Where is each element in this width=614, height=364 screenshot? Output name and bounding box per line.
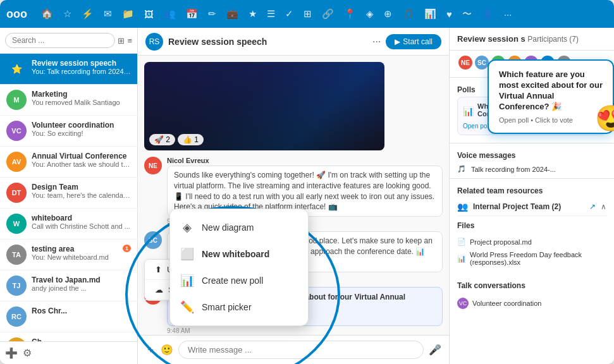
file-name-2: World Press Freedom Day feedback (respon…: [470, 251, 606, 266]
new-diagram-label: New diagram: [202, 222, 254, 233]
participant-avatar-1: NE: [457, 54, 474, 71]
chat-header: RS Review session speech ··· ▶ Start cal…: [138, 28, 449, 56]
voice-section-title: Voice messages: [450, 146, 614, 162]
conv-item-annual[interactable]: AV Annual Virtual Conference You: Anothe…: [0, 147, 137, 178]
new-whiteboard-menu-item[interactable]: ⬜ New whiteboard: [170, 241, 308, 267]
chat-title: Review session speech: [168, 37, 367, 47]
conv-item-testing[interactable]: TA testing area You: New whiteboard.md 1: [0, 240, 137, 270]
search-input[interactable]: [5, 33, 115, 48]
nextcloud-icon: ☁: [155, 285, 163, 294]
nav-heart-icon[interactable]: ♥: [444, 6, 455, 22]
conv-info: Review session speech You: Talk recordin…: [32, 59, 131, 75]
conv-info: Ros Chr...: [32, 306, 131, 315]
nav-image-icon[interactable]: 🖼: [142, 6, 156, 22]
search-filter-icons: ⊞ ≡: [118, 36, 132, 46]
file-icon-2: 📊: [457, 255, 466, 263]
nav-bookmark-icon[interactable]: ★: [246, 6, 259, 22]
nav-calendar-icon[interactable]: 📅: [183, 6, 200, 22]
conv-info: Travel to Japan.md andy joined the ...: [32, 276, 131, 292]
poll-tooltip-link[interactable]: Open poll • Click to vote: [499, 116, 603, 124]
file-name-1: Project proposal.md: [470, 238, 532, 246]
conv-item-volunteer[interactable]: VC Volunteer coordination You: So exciti…: [0, 116, 137, 147]
nav-mail-icon[interactable]: ✉: [101, 6, 114, 22]
conv-info: Design Team You: team, here's the calend…: [32, 183, 131, 199]
create-poll-menu-item[interactable]: 📊 Create new poll: [170, 267, 308, 294]
nav-lightning-icon[interactable]: ⚡: [79, 6, 96, 22]
conv-avatar: W: [6, 214, 27, 234]
conv-preview: You: New whiteboard.md: [32, 253, 118, 261]
more-options-icon[interactable]: ···: [372, 36, 381, 47]
nav-more-icon[interactable]: ···: [501, 6, 515, 22]
top-nav: ooo 🏠 ☆ ⚡ ✉ 📁 🖼 👥 📅 ✏ 💼 ★ ☰ ✓ ⊞ 🔗 📍 ◈ ⊕ …: [0, 0, 614, 28]
voice-play-icon[interactable]: 🎵: [457, 165, 466, 173]
message-input[interactable]: [178, 341, 424, 359]
chat-input-area: ＋ 🙂 🎤: [138, 335, 449, 364]
poll-bar-icon: 📊: [463, 106, 474, 116]
team-external-link-icon[interactable]: ↗: [589, 202, 596, 211]
talk-convs-title: Talk conversations: [457, 276, 606, 293]
settings-icon[interactable]: ⚙: [23, 347, 32, 359]
conv-item-travel[interactable]: TJ Travel to Japan.md andy joined the ..…: [0, 270, 137, 301]
nav-folder-icon[interactable]: 📁: [120, 6, 137, 22]
nav-home-icon[interactable]: 🏠: [39, 6, 56, 22]
conv-item-ros[interactable]: RC Ros Chr...: [0, 301, 137, 332]
nav-link-icon[interactable]: 🔗: [319, 6, 336, 22]
nav-wave-icon[interactable]: 〜: [460, 6, 474, 23]
nav-layers-icon[interactable]: ⊕: [381, 6, 395, 22]
conv-avatar: TA: [6, 245, 27, 265]
nav-grid-icon[interactable]: ⊞: [301, 6, 314, 22]
divider-3: [450, 178, 614, 179]
nav-check-icon[interactable]: ✓: [283, 6, 296, 22]
conversation-list: ⭐ Review session speech You: Talk record…: [0, 54, 137, 341]
conv-item-ch[interactable]: C Ch...: [0, 332, 137, 341]
app-container: ooo 🏠 ☆ ⚡ ✉ 📁 🖼 👥 📅 ✏ 💼 ★ ☰ ✓ ⊞ 🔗 📍 ◈ ⊕ …: [0, 0, 614, 364]
participants-count: Participants (7): [527, 35, 579, 44]
nav-briefcase-icon[interactable]: 💼: [224, 6, 241, 22]
team-expand-icon[interactable]: ∧: [601, 202, 606, 211]
nav-mic-icon[interactable]: 🎵: [400, 6, 417, 22]
nav-list-icon[interactable]: ☰: [264, 6, 278, 22]
new-conversation-icon[interactable]: ➕: [5, 347, 18, 359]
talk-conv-avatar: VC: [457, 298, 469, 309]
add-attachment-icon[interactable]: ＋: [145, 343, 156, 356]
conv-name: Ros Chr...: [32, 306, 131, 315]
conv-item-whiteboard[interactable]: W whiteboard Call with Christine Schott …: [0, 209, 137, 240]
smart-picker-menu-item[interactable]: ✏️ Smart picker: [170, 294, 308, 320]
conv-avatar: AV: [6, 152, 27, 172]
conv-avatar: ⭐: [6, 59, 27, 79]
app-logo: ooo: [6, 8, 27, 21]
conv-item-design[interactable]: DT Design Team You: team, here's the cal…: [0, 178, 137, 209]
start-call-button[interactable]: ▶ Start call: [386, 34, 441, 49]
resources-section-title: Related team resources: [450, 181, 614, 198]
nav-shapes-icon[interactable]: ◈: [364, 6, 376, 22]
conv-avatar: TJ: [6, 276, 27, 296]
new-diagram-menu-item[interactable]: ◈ New diagram: [170, 214, 308, 241]
nav-contacts-icon[interactable]: 👥: [161, 6, 178, 22]
conv-name: Marketing: [32, 90, 131, 99]
right-panel-title: Review session s: [457, 34, 525, 44]
conv-preview: You: Another task we should th...: [32, 161, 131, 168]
poll-tooltip-title: Which feature are you most excited about…: [499, 70, 603, 112]
nav-edit-icon[interactable]: ✏: [206, 6, 219, 22]
emoji-icon[interactable]: 🙂: [161, 344, 173, 356]
nav-location-icon[interactable]: 📍: [341, 6, 359, 22]
sort-icon[interactable]: ≡: [127, 36, 132, 46]
conv-item-review-session[interactable]: ⭐ Review session speech You: Talk record…: [0, 54, 137, 85]
create-poll-label: Create new poll: [202, 276, 263, 286]
filter-icon[interactable]: ⊞: [118, 36, 125, 46]
nav-user-icon[interactable]: 👤: [479, 6, 496, 22]
talk-convs: VC Volunteer coordination: [457, 293, 606, 314]
conv-info: Volunteer coordination You: So exciting!: [32, 121, 131, 137]
sidebar-bottom: ➕ ⚙: [0, 341, 137, 364]
conv-name: whiteboard: [32, 214, 131, 222]
sidebar: ⊞ ≡ ⭐ Review session speech You: Talk re…: [0, 28, 138, 364]
talk-conv-name: Volunteer coordination: [472, 300, 541, 307]
nav-star-icon[interactable]: ☆: [61, 6, 74, 22]
nav-chart-icon[interactable]: 📊: [422, 6, 439, 22]
conv-item-marketing[interactable]: M Marketing You removed Malik Santiago: [0, 85, 137, 116]
msg-sender: Nicol Evreux: [167, 157, 443, 164]
conv-preview: Call with Christine Schott and ...: [32, 222, 131, 230]
file-item-2: 📊 World Press Freedom Day feedback (resp…: [457, 248, 606, 269]
voice-record-icon[interactable]: 🎤: [429, 344, 441, 356]
rocket-reaction: 🚀 2: [149, 134, 175, 145]
